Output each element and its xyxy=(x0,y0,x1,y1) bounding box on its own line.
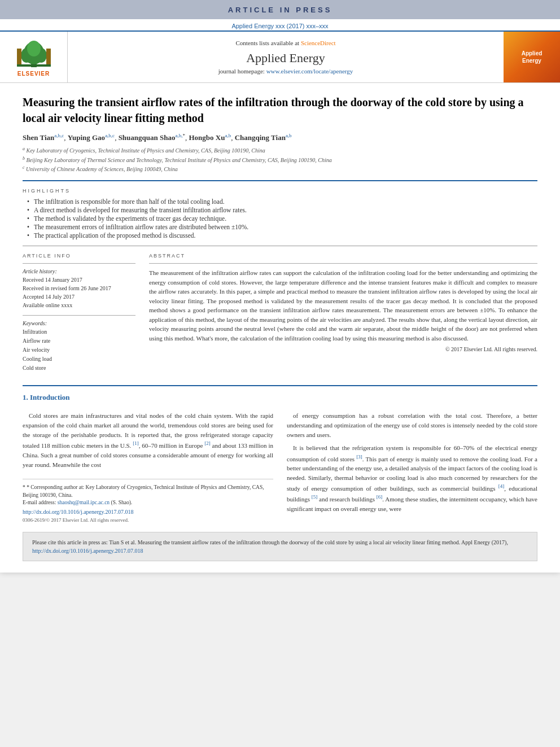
sciencedirect-link[interactable]: ScienceDirect xyxy=(301,40,336,46)
homepage-prefix: journal homepage: xyxy=(218,68,266,75)
applied-energy-logo-text: AppliedEnergy xyxy=(522,50,542,64)
divider-2 xyxy=(23,246,537,246)
page: ARTICLE IN PRESS Applied Energy xxx (201… xyxy=(0,0,560,573)
email-label: E-mail address: xyxy=(23,500,56,505)
keyword: Cooling load xyxy=(23,355,135,364)
abstract-copyright: © 2017 Elsevier Ltd. All rights reserved… xyxy=(149,346,537,352)
received-date: Received 14 January 2017 xyxy=(23,276,135,284)
ref-2[interactable]: [2] xyxy=(204,440,211,446)
abstract-col: ABSTRACT The measurement of the infiltra… xyxy=(149,253,537,378)
revised-date: Received in revised form 26 June 2017 xyxy=(23,284,135,292)
banner-text: ARTICLE IN PRESS xyxy=(228,6,333,14)
svg-rect-6 xyxy=(46,49,51,64)
article-info-label: ARTICLE INFO xyxy=(23,253,135,259)
email-link[interactable]: shaoshq@mail.ipc.ac.cn xyxy=(58,500,110,505)
elsevier-tree-icon xyxy=(14,37,54,68)
keyword: Airflow rate xyxy=(23,337,135,346)
keyword: Air velocity xyxy=(23,346,135,355)
keywords-label: Keywords: xyxy=(23,320,135,326)
sciencedirect-info: Contents lists available at ScienceDirec… xyxy=(235,40,335,46)
introduction-heading: 1. Introduction xyxy=(23,393,537,402)
journal-link-text: Applied Energy xxx (2017) xxx–xxx xyxy=(231,23,328,29)
citation-text: Please cite this article in press as: Ti… xyxy=(32,538,528,555)
thick-divider-2 xyxy=(23,385,537,386)
svg-rect-5 xyxy=(17,49,21,64)
highlights-label: HIGHLIGHTS xyxy=(23,188,537,194)
author-shuangquan-shao: Shuangquan Shao xyxy=(119,133,176,142)
history-label: Article history: xyxy=(23,268,135,274)
svg-rect-4 xyxy=(17,64,51,67)
issn-copyright: 0306-2619/© 2017 Elsevier Ltd. All right… xyxy=(23,517,273,523)
intro-left-col: Cold stores are main infrastructures and… xyxy=(23,411,273,523)
article-history-group: Article history: Received 14 January 201… xyxy=(23,268,135,309)
citation-bar: Please cite this article in press as: Ti… xyxy=(23,532,537,561)
author-shen-tian: Shen Tian xyxy=(23,133,54,142)
sciencedirect-prefix: Contents lists available at xyxy=(235,40,300,46)
intro-para-1: Cold stores are main infrastructures and… xyxy=(23,411,273,470)
keywords-list: Infiltration Airflow rate Air velocity C… xyxy=(23,327,135,373)
footnote-email: E-mail address: shaoshq@mail.ipc.ac.cn (… xyxy=(23,499,273,506)
ref-3[interactable]: [3] xyxy=(356,454,362,460)
ref-4[interactable]: [4] xyxy=(498,483,505,489)
accepted-date: Accepted 14 July 2017 xyxy=(23,292,135,301)
abstract-divider xyxy=(149,263,537,264)
available-date: Available online xxxx xyxy=(23,301,135,309)
author-yuping-gao: Yuping Gao xyxy=(68,133,105,142)
highlight-item: The infiltration is responsible for more… xyxy=(27,198,537,205)
citation-doi-link[interactable]: http://dx.doi.org/10.1016/j.apenergy.201… xyxy=(32,548,143,554)
intro-left-text: Cold stores are main infrastructures and… xyxy=(23,411,273,470)
journal-name: Applied Energy xyxy=(246,51,325,65)
introduction-body: Cold stores are main infrastructures and… xyxy=(23,411,537,523)
email-name: (S. Shao). xyxy=(111,500,132,505)
main-content: Measuring the transient airflow rates of… xyxy=(0,83,560,573)
applied-energy-logo: AppliedEnergy xyxy=(504,32,560,82)
svg-point-7 xyxy=(27,41,41,56)
abstract-label: ABSTRACT xyxy=(149,253,537,259)
elsevier-brand-text: ELSEVIER xyxy=(18,71,50,77)
highlights-list: The infiltration is responsible for more… xyxy=(27,198,537,239)
thick-divider-1 xyxy=(23,180,537,181)
highlight-item: A direct method is developed for measuri… xyxy=(27,207,537,213)
intro-right-col: of energy consumption has a robust corre… xyxy=(287,411,537,523)
abstract-text: The measurement of the infiltration airf… xyxy=(149,268,537,343)
article-title: Measuring the transient airflow rates of… xyxy=(23,94,537,126)
journal-link: Applied Energy xxx (2017) xxx–xxx xyxy=(0,19,560,30)
footnote-section: * * Corresponding author at: Key Laborat… xyxy=(23,479,273,523)
authors-line: Shen Tiana,b,c, Yuping Gaoa,b,c, Shuangq… xyxy=(23,133,537,142)
intro-para-right-2: It is believed that the refrigeration sy… xyxy=(287,443,537,513)
keyword: Cold store xyxy=(23,364,135,373)
ref-1[interactable]: [1] xyxy=(133,440,139,446)
info-divider-1 xyxy=(23,263,135,264)
info-divider-2 xyxy=(23,315,135,316)
elsevier-logo: ELSEVIER xyxy=(0,32,68,82)
journal-info-bar: ELSEVIER Contents lists available at Sci… xyxy=(0,30,560,83)
footnote-star-note: * * Corresponding author at: Key Laborat… xyxy=(23,484,273,499)
citation-body: Please cite this article in press as: Ti… xyxy=(32,539,508,545)
highlight-item: The measurement errors of infiltration a… xyxy=(27,224,537,230)
journal-homepage: journal homepage: www.elsevier.com/locat… xyxy=(218,68,353,75)
highlight-item: The method is validated by the experimen… xyxy=(27,215,537,222)
keyword: Infiltration xyxy=(23,327,135,337)
keywords-group: Keywords: Infiltration Airflow rate Air … xyxy=(23,320,135,373)
intro-para-right-1: of energy consumption has a robust corre… xyxy=(287,411,537,440)
affiliations: a Key Laboratory of Cryogenics, Technica… xyxy=(23,146,537,173)
intro-right-text: of energy consumption has a robust corre… xyxy=(287,411,537,513)
author-hongbo-xu: Hongbo Xu xyxy=(189,133,225,142)
ref-6[interactable]: [6] xyxy=(377,494,383,500)
journal-center-info: Contents lists available at ScienceDirec… xyxy=(68,32,504,82)
info-abstract-section: ARTICLE INFO Article history: Received 1… xyxy=(23,253,537,378)
doi-link[interactable]: http://dx.doi.org/10.1016/j.apenergy.201… xyxy=(23,509,273,515)
author-changqing-tian: Changqing Tian xyxy=(235,133,286,142)
article-info-col: ARTICLE INFO Article history: Received 1… xyxy=(23,253,135,378)
ref-5[interactable]: [5] xyxy=(312,494,318,500)
article-dates: Received 14 January 2017 Received in rev… xyxy=(23,276,135,309)
highlight-item: The practical application of the propose… xyxy=(27,232,537,239)
article-in-press-banner: ARTICLE IN PRESS xyxy=(0,0,560,19)
homepage-url[interactable]: www.elsevier.com/locate/apenergy xyxy=(266,68,353,75)
